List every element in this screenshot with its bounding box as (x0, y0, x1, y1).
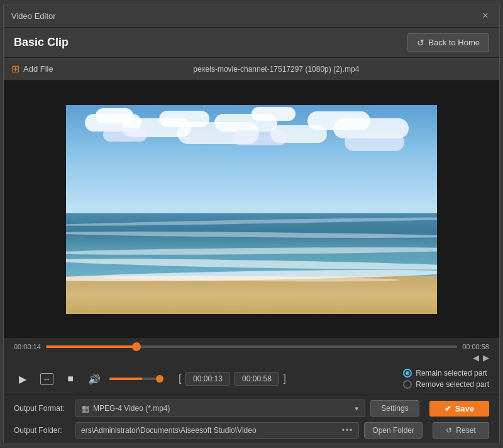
progress-track[interactable] (46, 345, 457, 348)
save-check-icon: ✔ (445, 404, 451, 413)
action-col: ✔ Save (429, 401, 489, 417)
file-name: pexels-movie-channet-17517297 (1080p) (2… (61, 65, 492, 74)
trim-right-handle[interactable]: ▶ (483, 353, 489, 362)
trim-handle-row: ◀ ▶ (4, 353, 499, 364)
sky-bg (66, 105, 437, 220)
speaker-icon: 🔊 (88, 373, 101, 385)
add-file-icon: ⊞ (11, 63, 19, 75)
volume-track[interactable] (109, 378, 160, 380)
close-button[interactable]: × (479, 9, 492, 22)
add-file-label: Add File (23, 64, 53, 74)
save-button[interactable]: ✔ Save (429, 401, 489, 417)
remove-label: Remove selected part (416, 380, 489, 389)
mute-button[interactable]: 🔊 (86, 370, 103, 388)
format-select[interactable]: ▦ MPEG-4 Video (*.mp4) ▼ (75, 400, 365, 417)
dropdown-arrow-icon: ▼ (353, 405, 360, 412)
remain-label: Remain selected part (416, 369, 487, 378)
video-editor-window: Video Editor × Basic Clip ↺ Back to Home… (3, 4, 500, 444)
cloud-group (66, 105, 437, 220)
timeline-start-time: 00:00:14 (14, 343, 41, 350)
sand-bg (66, 276, 437, 314)
loop-button[interactable]: ↔ (38, 370, 55, 388)
wave (66, 246, 437, 256)
wave (66, 230, 437, 239)
progress-filled (46, 345, 136, 348)
trim-end-input[interactable] (234, 372, 279, 386)
volume-thumb[interactable] (156, 375, 163, 383)
video-container (4, 81, 499, 338)
remove-option[interactable]: Remove selected part (403, 380, 489, 389)
play-button[interactable]: ▶ (14, 370, 31, 388)
progress-thumb[interactable] (132, 342, 141, 351)
toolbar: Basic Clip ↺ Back to Home (4, 28, 499, 58)
title-bar: Video Editor × (4, 4, 499, 28)
cloud (233, 130, 287, 145)
timeline-end-time: 00:00:58 (462, 343, 489, 350)
folder-label: Output Folder: (14, 426, 70, 435)
save-label: Save (455, 404, 474, 413)
controls-row: ▶ ↔ ■ 🔊 [ ] Remain selected part Remove … (4, 364, 499, 394)
stop-button[interactable]: ■ (62, 370, 79, 388)
wave (66, 216, 437, 227)
window-title: Video Editor (11, 11, 56, 21)
back-home-icon: ↺ (417, 38, 424, 48)
timeline-bar: 00:00:14 00:00:58 (4, 338, 499, 353)
reset-col: ↺ Reset (433, 422, 489, 439)
volume-filled (109, 378, 142, 380)
cloud (252, 107, 296, 121)
reset-icon: ↺ (446, 426, 452, 435)
back-home-button[interactable]: ↺ Back to Home (407, 33, 489, 52)
trim-start-input[interactable] (185, 372, 230, 386)
video-preview (66, 105, 437, 314)
trim-end-bracket[interactable]: ] (283, 373, 285, 384)
ocean-bg (66, 213, 437, 276)
cloud (345, 133, 404, 151)
radio-group: Remain selected part Remove selected par… (403, 369, 489, 389)
settings-button[interactable]: Settings (370, 400, 419, 417)
open-folder-button[interactable]: Open Folder (364, 422, 423, 439)
folder-path-display: ers\Administrator\Documents\Aiseesoft St… (75, 422, 359, 439)
format-value: MPEG-4 Video (*.mp4) (93, 404, 170, 413)
page-title: Basic Clip (14, 36, 69, 49)
trim-left-handle[interactable]: ◀ (473, 353, 479, 362)
folder-path-text: ers\Administrator\Documents\Aiseesoft St… (81, 426, 257, 435)
add-file-button[interactable]: ⊞ Add File (11, 63, 53, 75)
cloud (103, 128, 147, 142)
back-home-label: Back to Home (428, 38, 480, 47)
reset-label: Reset (456, 426, 475, 435)
remain-option[interactable]: Remain selected part (403, 369, 489, 378)
bottom-bar: Output Format: ▦ MPEG-4 Video (*.mp4) ▼ … (4, 394, 499, 444)
reset-button[interactable]: ↺ Reset (433, 422, 489, 439)
remove-radio[interactable] (403, 380, 412, 389)
format-icon: ▦ (81, 403, 89, 413)
format-label: Output Format: (14, 404, 70, 413)
trim-inputs: [ ] (179, 372, 286, 386)
folder-row: Output Folder: ers\Administrator\Documen… (14, 422, 489, 439)
loop-icon: ↔ (40, 373, 53, 385)
format-row: Output Format: ▦ MPEG-4 Video (*.mp4) ▼ … (14, 400, 489, 417)
folder-ellipsis[interactable]: ••• (342, 426, 354, 435)
file-bar: ⊞ Add File pexels-movie-channet-17517297… (4, 58, 499, 81)
remain-radio[interactable] (403, 369, 412, 378)
trim-start-bracket[interactable]: [ (179, 373, 181, 384)
